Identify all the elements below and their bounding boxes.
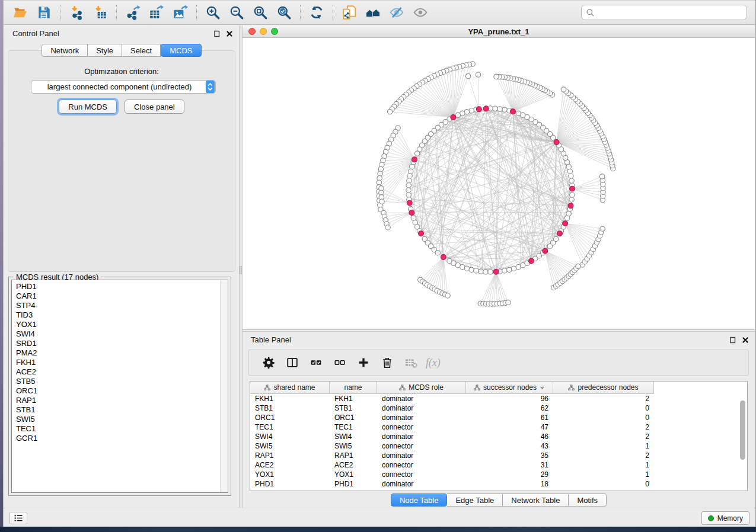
new-network-from-selection-button[interactable] (337, 2, 361, 23)
table-row[interactable]: SWI4SWI4dominator462 (250, 432, 747, 441)
tab-network-table[interactable]: Network Table (503, 493, 569, 507)
mcds-result-item[interactable]: FKH1 (16, 358, 228, 367)
show-columns-button[interactable] (282, 352, 302, 373)
table-row[interactable]: RAP1RAP1dominator352 (250, 451, 747, 460)
save-session-button[interactable] (32, 2, 56, 23)
table-scrollbar-thumb[interactable] (740, 400, 745, 460)
table-row[interactable]: PHD1PHD1dominator180 (250, 479, 747, 489)
zoom-out-button[interactable] (225, 2, 248, 23)
new-column-button[interactable] (353, 352, 374, 373)
clear-table-button (401, 352, 421, 373)
cell-shared_name: PHD1 (250, 479, 330, 489)
tab-edge-table[interactable]: Edge Table (447, 493, 503, 507)
control-panel-title: Control Panel (12, 29, 59, 38)
node-table: shared namenameMCDS rolesuccessor nodesp… (250, 381, 748, 491)
export-image-button[interactable] (168, 2, 192, 23)
import-table-button[interactable] (88, 2, 112, 23)
zoom-selected-button[interactable] (272, 2, 296, 23)
table-row[interactable]: FKH1FKH1dominator962 (250, 394, 747, 403)
tab-select[interactable]: Select (122, 44, 161, 57)
column-header-name[interactable]: name (330, 382, 377, 394)
mcds-result-item[interactable]: SRD1 (16, 339, 228, 348)
tab-network[interactable]: Network (42, 44, 88, 57)
toolbar-separator (60, 5, 60, 20)
table-panel: Table Panel f(x) shared namenameMCDS rol… (243, 331, 755, 508)
cell-shared_name: ACE2 (250, 460, 330, 470)
mcds-result-item[interactable]: ORC1 (16, 386, 228, 396)
close-panel-button[interactable] (226, 30, 234, 37)
table-row[interactable]: STB1STB1dominator620 (250, 403, 747, 413)
mcds-scrollbar-track[interactable] (220, 280, 228, 492)
select-all-button[interactable] (306, 352, 326, 373)
memory-button[interactable]: Memory (701, 511, 749, 525)
network-canvas[interactable] (243, 38, 755, 329)
hide-selected-button[interactable] (385, 2, 409, 23)
column-header-successors[interactable]: successor nodes (466, 382, 553, 394)
deselect-all-icon (333, 356, 346, 369)
table-mode-button[interactable] (259, 352, 279, 373)
close-panel-button-mcds[interactable]: Close panel (125, 100, 184, 114)
export-network-button[interactable] (121, 2, 145, 23)
cell-name: ORC1 (330, 413, 377, 422)
first-neighbors-button[interactable] (361, 2, 385, 23)
cell-predecessors: 1 (553, 460, 654, 470)
mcds-result-item[interactable]: PHD1 (16, 282, 228, 291)
criterion-select[interactable]: largest connected component (undirected) (31, 80, 216, 94)
svg-text:f(x): f(x) (426, 357, 441, 369)
mcds-result-item[interactable]: GCR1 (16, 434, 228, 443)
cell-predecessors: 2 (553, 432, 654, 441)
apply-preferred-layout-button[interactable] (305, 2, 328, 23)
tab-motifs[interactable]: Motifs (569, 493, 607, 507)
table-row[interactable]: TEC1TEC1connector472 (250, 422, 747, 432)
tab-node-table[interactable]: Node Table (391, 493, 448, 507)
status-bar: Memory (4, 508, 755, 527)
delete-columns-button[interactable] (377, 352, 397, 373)
close-icon (742, 336, 750, 344)
import-network-button[interactable] (65, 2, 88, 23)
zoom-in-button[interactable] (201, 2, 225, 23)
cell-role: connector (377, 422, 466, 432)
tab-style[interactable]: Style (88, 44, 122, 57)
search-input[interactable] (595, 6, 747, 19)
mcds-result-item[interactable]: RAP1 (16, 396, 228, 405)
export-table-button[interactable] (145, 2, 168, 23)
mcds-result-item[interactable]: SWI4 (16, 329, 228, 339)
float-table-panel-button[interactable] (729, 336, 738, 344)
column-header-shared_name[interactable]: shared name (250, 382, 330, 394)
show-all-button[interactable] (409, 2, 432, 23)
table-row[interactable]: YOX1YOX1connector291 (250, 470, 747, 479)
mcds-result-item[interactable]: SWI5 (16, 415, 228, 424)
mcds-tab-content: Optimization criterion: largest connecte… (8, 50, 235, 272)
run-mcds-button[interactable]: Run MCDS (59, 100, 117, 114)
mcds-result-item[interactable]: STB5 (16, 377, 228, 386)
mcds-result-item[interactable]: TID3 (16, 310, 228, 320)
status-options-button[interactable] (9, 512, 27, 524)
cell-successors: 18 (466, 479, 553, 489)
mcds-result-item[interactable]: TEC1 (16, 424, 228, 434)
deselect-all-button[interactable] (330, 352, 350, 373)
splitter-grip[interactable] (240, 266, 242, 274)
cell-name: SWI4 (330, 432, 377, 441)
zoom-fit-button[interactable] (248, 2, 272, 23)
column-header-predecessors[interactable]: predecessor nodes (553, 382, 654, 394)
close-table-panel-button[interactable] (742, 336, 750, 344)
table-row[interactable]: ORC1ORC1dominator610 (250, 413, 747, 422)
mcds-result-item[interactable]: YOX1 (16, 320, 228, 329)
column-header-role[interactable]: MCDS role (377, 382, 466, 394)
cell-successors: 96 (466, 394, 553, 403)
table-row[interactable]: SWI5SWI5connector431 (250, 441, 747, 451)
select-all-icon (310, 356, 323, 369)
mcds-result-item[interactable]: ACE2 (16, 367, 228, 377)
plus-icon (357, 356, 370, 369)
mcds-result-item[interactable]: STP4 (16, 301, 228, 310)
mcds-result-item[interactable]: CAR1 (16, 291, 228, 301)
cell-successors: 46 (466, 432, 553, 441)
tab-mcds[interactable]: MCDS (161, 44, 201, 57)
float-panel-button[interactable] (213, 30, 222, 37)
table-row[interactable]: ACE2ACE2connector311 (250, 460, 747, 470)
cell-shared_name: ORC1 (250, 413, 330, 422)
mcds-result-item[interactable]: PMA2 (16, 348, 228, 358)
open-session-button[interactable] (8, 2, 32, 23)
clone-network-icon (342, 5, 357, 20)
mcds-result-item[interactable]: STB1 (16, 405, 228, 415)
